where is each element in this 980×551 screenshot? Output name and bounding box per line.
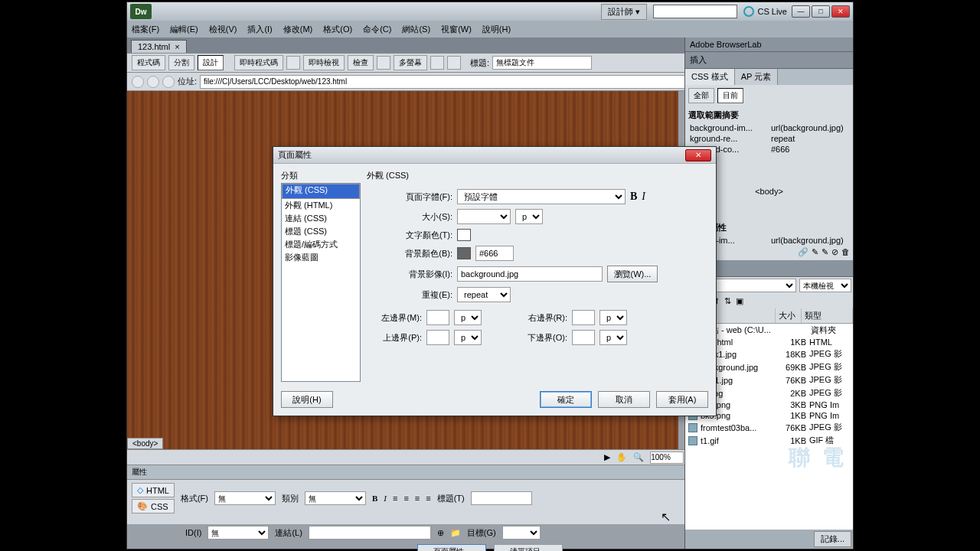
bg-color-swatch[interactable] bbox=[457, 247, 471, 259]
css-all-button[interactable]: 全部 bbox=[688, 88, 714, 103]
bg-image-input[interactable] bbox=[457, 266, 603, 282]
format-select[interactable]: 無 bbox=[214, 491, 276, 505]
css-rule-row[interactable]: kground-re...repeat bbox=[687, 133, 851, 144]
menu-format[interactable]: 格式(O) bbox=[323, 24, 352, 35]
insert-panel-header[interactable]: 插入 bbox=[685, 52, 853, 69]
margin-left-unit[interactable]: px bbox=[454, 310, 482, 325]
globe-icon[interactable] bbox=[377, 56, 390, 70]
edit-rule-icon[interactable]: ✎ bbox=[822, 247, 828, 257]
page-title-input[interactable] bbox=[492, 56, 592, 70]
cat-appearance-html[interactable]: 外觀 (HTML) bbox=[282, 199, 360, 212]
new-rule-icon[interactable]: ✎ bbox=[812, 247, 818, 257]
browserlab-panel-header[interactable]: Adobe BrowserLab bbox=[685, 37, 853, 52]
menu-edit[interactable]: 編輯(E) bbox=[170, 24, 198, 35]
class-select[interactable]: 無 bbox=[305, 491, 366, 505]
size-unit-select[interactable]: px bbox=[515, 209, 543, 224]
expand-icon[interactable]: ▣ bbox=[736, 296, 743, 306]
cat-title-encoding[interactable]: 標題/編碼方式 bbox=[282, 238, 360, 251]
browse-button[interactable]: 瀏覽(W)... bbox=[607, 266, 658, 282]
forward-icon[interactable] bbox=[147, 76, 159, 88]
file-row[interactable]: fromtest03ba...76KBJPEG 影 bbox=[685, 421, 853, 434]
margin-left-input[interactable] bbox=[426, 310, 449, 325]
check-button[interactable]: 檢查 bbox=[348, 55, 374, 70]
bold-button[interactable]: B bbox=[372, 494, 377, 503]
cslive-link[interactable]: CS Live bbox=[743, 6, 787, 17]
split-view-button[interactable]: 分割 bbox=[168, 55, 194, 70]
close-button[interactable]: ✕ bbox=[831, 5, 850, 18]
ol-icon[interactable]: ≡ bbox=[403, 494, 408, 503]
repeat-select[interactable]: repeat bbox=[457, 287, 511, 302]
multiscreen-button[interactable]: 多螢幕 bbox=[394, 55, 427, 70]
margin-right-input[interactable] bbox=[572, 310, 595, 325]
menu-help[interactable]: 說明(H) bbox=[482, 24, 511, 35]
indent-icon[interactable]: ≡ bbox=[426, 494, 430, 503]
back-icon[interactable] bbox=[132, 76, 144, 88]
disable-rule-icon[interactable]: ⊘ bbox=[831, 247, 838, 257]
font-bold-button[interactable]: B bbox=[630, 191, 637, 203]
menu-site[interactable]: 網站(S) bbox=[402, 24, 430, 35]
title-input2[interactable] bbox=[471, 491, 532, 505]
hand-tool-icon[interactable]: ✋ bbox=[616, 452, 627, 462]
outdent-icon[interactable]: ≡ bbox=[415, 494, 420, 503]
margin-bottom-input[interactable] bbox=[572, 330, 595, 345]
help-button[interactable]: 說明(H) bbox=[281, 391, 333, 408]
margin-top-input[interactable] bbox=[426, 330, 449, 345]
cat-links[interactable]: 連結 (CSS) bbox=[282, 212, 360, 225]
font-italic-button[interactable]: I bbox=[642, 191, 645, 203]
margin-right-unit[interactable]: px bbox=[599, 310, 627, 325]
zoom-tool-icon[interactable]: 🔍 bbox=[633, 452, 644, 462]
maximize-button[interactable]: □ bbox=[812, 5, 830, 18]
bg-color-input[interactable] bbox=[475, 246, 514, 261]
id-select[interactable]: 無 bbox=[207, 526, 269, 540]
css-current-button[interactable]: 目前 bbox=[717, 88, 743, 103]
css-rule-row[interactable]: background-im...url(background.jpg) bbox=[687, 122, 851, 133]
cat-tracing-image[interactable]: 影像藍圖 bbox=[282, 251, 360, 264]
code-view-button[interactable]: 程式碼 bbox=[132, 55, 165, 70]
page-font-select[interactable]: 預設字體 bbox=[457, 189, 626, 204]
html-inspector-tab[interactable]: ◇HTML bbox=[132, 483, 175, 497]
search-input[interactable] bbox=[653, 5, 737, 18]
browse-file-icon[interactable]: 📁 bbox=[450, 528, 461, 538]
ok-button[interactable]: 確定 bbox=[540, 391, 592, 408]
list-items-button[interactable]: 清單項目... bbox=[494, 544, 563, 551]
ul-icon[interactable]: ≡ bbox=[393, 494, 397, 503]
link-css-icon[interactable]: 🔗 bbox=[798, 247, 808, 257]
minimize-button[interactable]: — bbox=[792, 5, 810, 18]
text-color-swatch[interactable] bbox=[457, 229, 471, 241]
design-view-button[interactable]: 設計 bbox=[198, 55, 224, 70]
size-select[interactable] bbox=[457, 209, 511, 224]
menu-file[interactable]: 檔案(F) bbox=[132, 24, 159, 35]
inspect-icon[interactable] bbox=[286, 56, 300, 70]
home-icon[interactable] bbox=[162, 76, 175, 88]
tab-close-icon[interactable]: × bbox=[175, 42, 179, 51]
zoom-select[interactable] bbox=[650, 452, 684, 464]
live-code-button[interactable]: 即時程式碼 bbox=[234, 55, 283, 70]
menu-view[interactable]: 檢視(V) bbox=[209, 24, 237, 35]
margin-top-unit[interactable]: px bbox=[454, 330, 482, 345]
sync-icon[interactable]: ⇅ bbox=[724, 296, 731, 306]
target-select[interactable] bbox=[502, 526, 541, 540]
refresh-icon[interactable] bbox=[447, 56, 461, 70]
workspace-switcher[interactable]: 設計師 ▾ bbox=[601, 4, 647, 20]
cat-appearance-css[interactable]: 外觀 (CSS) bbox=[282, 184, 360, 199]
dialog-titlebar[interactable]: 頁面屬性 ✕ bbox=[273, 147, 716, 164]
link-input[interactable] bbox=[309, 526, 431, 540]
menu-commands[interactable]: 命令(C) bbox=[363, 24, 391, 35]
margin-bottom-unit[interactable]: px bbox=[599, 330, 627, 345]
visual-aids-icon[interactable] bbox=[430, 56, 444, 70]
category-list[interactable]: 外觀 (CSS) 外觀 (HTML) 連結 (CSS) 標題 (CSS) 標題/… bbox=[281, 183, 361, 382]
live-view-button[interactable]: 即時檢視 bbox=[303, 55, 345, 70]
cancel-button[interactable]: 取消 bbox=[598, 391, 650, 408]
point-to-file-icon[interactable]: ⊕ bbox=[437, 528, 444, 538]
tag-selector[interactable]: <body> bbox=[127, 438, 163, 449]
dialog-close-button[interactable]: ✕ bbox=[685, 149, 711, 161]
css-inspector-tab[interactable]: 🎨CSS bbox=[132, 499, 175, 514]
cat-headings[interactable]: 標題 (CSS) bbox=[282, 225, 360, 238]
apply-button[interactable]: 套用(A) bbox=[656, 391, 708, 408]
menu-modify[interactable]: 修改(M) bbox=[283, 24, 313, 35]
document-tab[interactable]: 123.html × bbox=[131, 40, 187, 53]
menu-insert[interactable]: 插入(I) bbox=[247, 24, 272, 35]
ap-elements-tab[interactable]: AP 元素 bbox=[735, 69, 779, 85]
menu-window[interactable]: 視窗(W) bbox=[441, 24, 472, 35]
log-button[interactable]: 記錄... bbox=[814, 531, 851, 547]
